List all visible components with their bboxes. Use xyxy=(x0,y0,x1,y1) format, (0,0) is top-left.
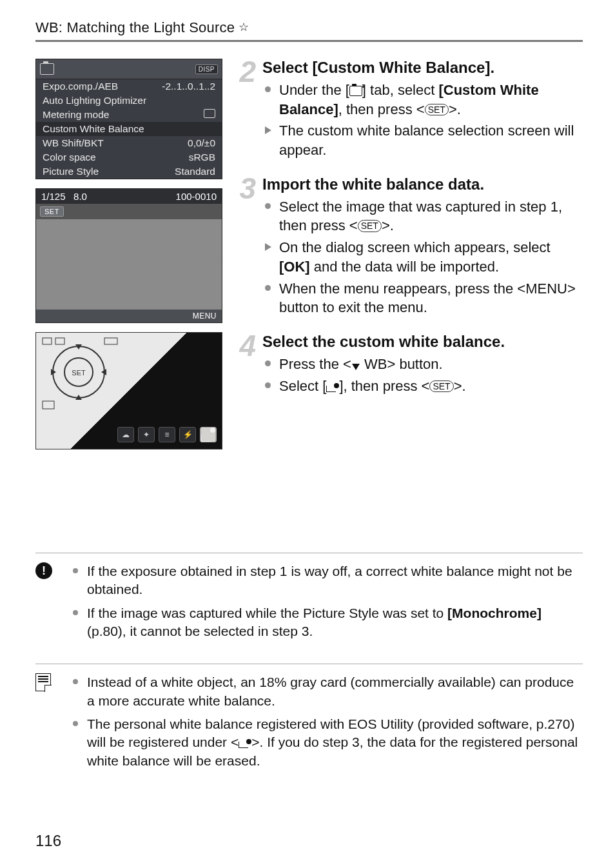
wb-flash-icon: ⚡ xyxy=(179,427,196,442)
instructions-column: 2 Select [Custom White Balance]. Under t… xyxy=(234,59,583,449)
note-icon xyxy=(35,673,51,691)
set-button-icon: SET xyxy=(425,104,449,116)
svg-text:SET: SET xyxy=(72,369,86,377)
camera-tab-icon xyxy=(40,63,54,75)
menu-row: Expo.comp./AEB-2..1..0..1..2 xyxy=(36,79,222,94)
step-bullet: Select [], then press <SET>. xyxy=(262,377,505,396)
camera-body-diagram: SET ☁ ✦ ≡ ⚡ xyxy=(35,332,222,449)
menu-row-selected: Custom White Balance xyxy=(36,122,222,136)
step-4: 4 Select the custom white balance. Press… xyxy=(234,333,583,398)
header-title: WB: Matching the Light Source xyxy=(35,19,235,35)
page-number: 116 xyxy=(35,832,61,850)
metering-icon xyxy=(204,109,215,118)
wb-options-strip: ☁ ✦ ≡ ⚡ xyxy=(117,427,217,442)
tip-box: Instead of a white object, an 18% gray c… xyxy=(35,664,583,775)
step-bullet: Select the image that was captured in st… xyxy=(262,197,583,235)
warning-box: ! If the exposure obtained in step 1 is … xyxy=(35,553,583,646)
warning-icon: ! xyxy=(35,562,52,579)
set-button-icon: SET xyxy=(358,220,382,232)
step-result: On the dialog screen which appears, sele… xyxy=(262,238,583,276)
step-bullet: Press the < WB> button. xyxy=(262,355,505,374)
camera-playback-screenshot: 1/125 8.0 100-0010 SET MENU xyxy=(35,188,222,323)
svg-rect-5 xyxy=(104,338,117,344)
custom-wb-inline-icon xyxy=(326,383,339,392)
wb-tungsten-icon: ✦ xyxy=(138,427,155,442)
left-column: DISP Expo.comp./AEB-2..1..0..1..2 Auto L… xyxy=(35,59,222,449)
wb-custom-icon xyxy=(200,427,217,442)
step-bullet: When the menu reappears, press the <MENU… xyxy=(262,279,583,317)
warning-item: If the image was captured while the Pict… xyxy=(72,604,583,641)
menu-row: WB Shift/BKT0,0/±0 xyxy=(36,136,222,150)
menu-row: Picture StyleStandard xyxy=(36,164,222,179)
custom-wb-inline-icon xyxy=(239,739,251,748)
svg-rect-4 xyxy=(55,338,64,344)
step-bullet: Under the [] tab, select [Custom White B… xyxy=(262,81,583,119)
tip-item: The personal white balance registered wi… xyxy=(72,715,583,770)
dial-icon: SET xyxy=(40,337,137,414)
down-arrow-icon xyxy=(351,362,360,371)
star-icon: ☆ xyxy=(239,21,249,34)
set-button-icon: SET xyxy=(429,380,453,393)
step-title: Select [Custom White Balance]. xyxy=(262,59,583,77)
page-header: WB: Matching the Light Source ☆ xyxy=(35,19,583,42)
step-number: 3 xyxy=(234,175,256,320)
svg-rect-6 xyxy=(43,401,54,409)
step-title: Select the custom white balance. xyxy=(262,333,505,351)
playback-infobar: 1/125 8.0 100-0010 xyxy=(36,189,222,204)
set-tag: SET xyxy=(40,206,64,217)
wb-fluorescent-icon: ≡ xyxy=(159,427,175,442)
wb-cloud-icon: ☁ xyxy=(117,427,134,442)
step-2: 2 Select [Custom White Balance]. Under t… xyxy=(234,59,583,163)
menu-row: Auto Lighting Optimizer xyxy=(36,94,222,108)
disp-badge: DISP xyxy=(195,64,218,74)
step-3: 3 Import the white balance data. Select … xyxy=(234,175,583,320)
playback-image-area xyxy=(36,219,222,310)
step-result: The custom white balance selection scree… xyxy=(262,121,583,159)
menu-tabs: DISP xyxy=(36,59,222,79)
step-title: Import the white balance data. xyxy=(262,175,583,193)
step-number: 2 xyxy=(234,59,256,163)
menu-row: Color spacesRGB xyxy=(36,150,222,164)
menu-row: Metering mode xyxy=(36,108,222,122)
menu-hint: MENU xyxy=(36,310,222,322)
camera-tab-inline-icon xyxy=(349,86,362,96)
camera-menu-screenshot: DISP Expo.comp./AEB-2..1..0..1..2 Auto L… xyxy=(35,59,222,179)
step-number: 4 xyxy=(234,333,256,398)
svg-rect-3 xyxy=(43,338,52,344)
warning-item: If the exposure obtained in step 1 is wa… xyxy=(72,562,583,599)
tip-item: Instead of a white object, an 18% gray c… xyxy=(72,673,583,710)
